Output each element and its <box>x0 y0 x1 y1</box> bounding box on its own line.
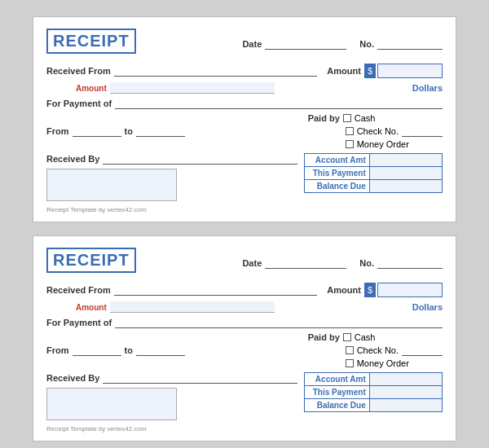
amount-input-2[interactable] <box>377 283 443 297</box>
check-no-label-2: Check No. <box>357 345 399 355</box>
cash-label-2: Cash <box>355 332 376 342</box>
summary-table-1: Account Amt This Payment Balance Due <box>304 153 443 193</box>
no-field-2[interactable] <box>377 257 443 269</box>
received-by-label-1: Received By <box>46 154 99 164</box>
account-amt-label-1: Account Amt <box>305 154 370 167</box>
account-amt-label-2: Account Amt <box>305 373 370 386</box>
received-from-field-1[interactable] <box>114 65 317 77</box>
received-from-label-2: Received From <box>46 285 111 295</box>
this-payment-label-2: This Payment <box>305 386 370 399</box>
paid-by-money-row-1: Money Order <box>308 139 443 149</box>
receipt-card-1: RECEIPT Date No. Received From Amount $ … <box>33 16 456 222</box>
received-by-box-1[interactable] <box>46 169 177 201</box>
amount-text-field-2[interactable] <box>110 301 275 313</box>
receipt-title-2: RECEIPT <box>46 248 136 273</box>
check-checkbox-1[interactable] <box>346 127 354 135</box>
cash-checkbox-2[interactable] <box>343 333 351 341</box>
this-payment-row-1: This Payment <box>305 167 443 180</box>
dollar-sign-2: $ <box>364 283 376 297</box>
paid-by-money-row-2: Money Order <box>308 358 443 368</box>
amount-input-1[interactable] <box>377 64 443 78</box>
bottom-row-2: Received By Account Amt This Payment Bal… <box>46 372 443 420</box>
footer-2: Receipt Template by vertex42.com <box>46 425 443 433</box>
check-checkbox-2[interactable] <box>346 346 354 354</box>
from-to-1: From to <box>46 125 185 137</box>
account-amt-value-1[interactable] <box>369 154 442 167</box>
receipt-card-2: RECEIPT Date No. Received From Amount $ … <box>33 235 456 441</box>
receipt-title-1: RECEIPT <box>46 29 136 54</box>
paid-by-section-2: Paid by Cash Check No. Money Order <box>308 332 443 368</box>
footer-1: Receipt Template by vertex42.com <box>46 206 443 213</box>
this-payment-value-1[interactable] <box>369 167 442 180</box>
received-by-label-2: Received By <box>46 373 99 383</box>
date-field-1[interactable] <box>265 38 346 50</box>
no-label-2: No. <box>359 258 374 268</box>
check-no-field-1[interactable] <box>402 125 443 137</box>
to-label-2: to <box>125 345 133 355</box>
check-no-label-1: Check No. <box>357 126 399 136</box>
dollar-sign-1: $ <box>364 64 376 78</box>
check-no-field-2[interactable] <box>402 345 443 356</box>
amount-box-2: $ <box>364 283 443 297</box>
received-by-field-1[interactable] <box>103 153 297 165</box>
this-payment-value-2[interactable] <box>369 386 442 399</box>
date-label-2: Date <box>242 258 262 268</box>
amount-label-1: Amount <box>327 66 361 76</box>
received-by-field-2[interactable] <box>103 372 297 384</box>
received-by-label-row-2: Received By <box>46 372 297 384</box>
cash-checkbox-1[interactable] <box>343 114 351 122</box>
dollars-label-2: Dollars <box>278 302 443 312</box>
date-group-2: Date <box>242 257 346 269</box>
payment-field-2[interactable] <box>115 317 443 328</box>
date-no-row-1: Date No. <box>136 38 443 50</box>
money-checkbox-2[interactable] <box>346 359 354 367</box>
amount-label-2: Amount <box>327 285 361 295</box>
to-field-2[interactable] <box>136 345 185 356</box>
for-payment-label-1: For Payment of <box>46 99 112 108</box>
received-by-label-row-1: Received By <box>46 153 297 165</box>
summary-table-2: Account Amt This Payment Balance Due <box>304 372 443 412</box>
balance-due-row-1: Balance Due <box>305 180 443 193</box>
from-to-2: From to <box>46 345 185 356</box>
paid-by-cash-row-1: Paid by Cash <box>308 113 443 123</box>
for-payment-label-2: For Payment of <box>46 318 112 327</box>
amount-dollars-row-1: Amount Dollars <box>46 82 443 94</box>
amount-box-1: $ <box>364 64 443 78</box>
to-field-1[interactable] <box>136 125 185 137</box>
from-to-paid-row-2: From to Paid by Cash Check No. Money Ord… <box>46 332 443 368</box>
bottom-row-1: Received By Account Amt This Payment Bal… <box>46 153 443 201</box>
no-label-1: No. <box>359 39 374 49</box>
amount-text-field-1[interactable] <box>110 82 275 94</box>
balance-due-value-1[interactable] <box>369 180 442 193</box>
balance-due-value-2[interactable] <box>369 399 442 412</box>
money-checkbox-1[interactable] <box>346 140 354 148</box>
money-order-label-2: Money Order <box>357 358 409 368</box>
received-from-field-2[interactable] <box>114 284 317 296</box>
summary-section-1: Account Amt This Payment Balance Due <box>304 153 443 193</box>
date-field-2[interactable] <box>265 257 346 269</box>
amount-red-label-2: Amount <box>76 303 107 312</box>
paid-by-label-1: Paid by <box>308 113 340 123</box>
paid-by-label-2: Paid by <box>308 332 340 342</box>
account-amt-value-2[interactable] <box>369 373 442 386</box>
paid-by-section-1: Paid by Cash Check No. Money Order <box>308 113 443 149</box>
header-row-1: RECEIPT Date No. <box>46 29 443 59</box>
date-no-row-2: Date No. <box>136 257 443 269</box>
payment-row-2: For Payment of <box>46 317 443 328</box>
cash-label-1: Cash <box>355 113 376 123</box>
no-field-1[interactable] <box>377 38 443 50</box>
paid-by-check-row-1: Check No. <box>308 125 443 137</box>
balance-due-label-1: Balance Due <box>305 180 370 193</box>
from-label-2: From <box>46 345 69 355</box>
dollars-label-1: Dollars <box>278 83 443 93</box>
balance-due-label-2: Balance Due <box>305 399 370 412</box>
payment-field-1[interactable] <box>115 98 443 109</box>
header-row-2: RECEIPT Date No. <box>46 248 443 278</box>
received-by-box-2[interactable] <box>46 388 177 420</box>
from-field-1[interactable] <box>73 125 121 137</box>
date-label-1: Date <box>242 39 262 49</box>
from-to-paid-row-1: From to Paid by Cash Check No. Money Ord… <box>46 113 443 149</box>
from-field-2[interactable] <box>73 345 121 356</box>
amount-red-label-1: Amount <box>76 84 107 93</box>
account-amt-row-1: Account Amt <box>305 154 443 167</box>
